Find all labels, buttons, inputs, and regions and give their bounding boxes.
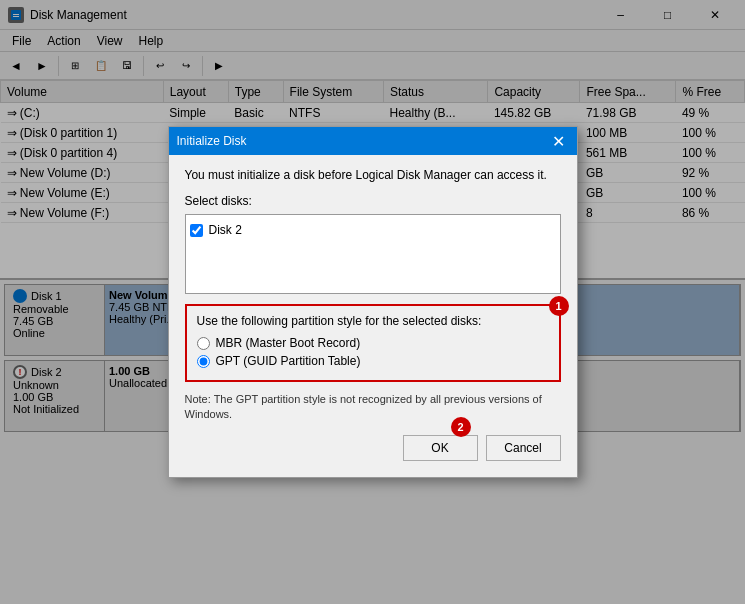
modal-overlay: Initialize Disk ✕ You must initialize a …	[0, 0, 745, 604]
mbr-label[interactable]: MBR (Master Boot Record)	[216, 336, 361, 350]
dialog-title: Initialize Disk	[177, 134, 247, 148]
cancel-button[interactable]: Cancel	[486, 435, 561, 461]
disk2-checkbox[interactable]	[190, 224, 203, 237]
badge-2: 2	[451, 417, 471, 437]
partition-section: 1 Use the following partition style for …	[185, 304, 561, 382]
gpt-label[interactable]: GPT (GUID Partition Table)	[216, 354, 361, 368]
dialog-body: You must initialize a disk before Logica…	[169, 155, 577, 477]
dialog-close-button[interactable]: ✕	[549, 131, 569, 151]
gpt-option: GPT (GUID Partition Table)	[197, 354, 549, 368]
dialog-buttons: 2 OK Cancel	[185, 435, 561, 465]
disk2-check-label[interactable]: Disk 2	[209, 223, 242, 237]
gpt-radio[interactable]	[197, 355, 210, 368]
dialog-intro-text: You must initialize a disk before Logica…	[185, 167, 561, 184]
partition-section-label: Use the following partition style for th…	[197, 314, 549, 328]
disk-list-box: Disk 2	[185, 214, 561, 294]
select-disks-label: Select disks:	[185, 194, 561, 208]
dialog-title-bar: Initialize Disk ✕	[169, 127, 577, 155]
note-text: Note: The GPT partition style is not rec…	[185, 392, 561, 423]
mbr-option: MBR (Master Boot Record)	[197, 336, 549, 350]
disk-list-item: Disk 2	[190, 219, 556, 241]
ok-button[interactable]: OK	[403, 435, 478, 461]
badge-1: 1	[549, 296, 569, 316]
mbr-radio[interactable]	[197, 337, 210, 350]
initialize-disk-dialog: Initialize Disk ✕ You must initialize a …	[168, 126, 578, 478]
